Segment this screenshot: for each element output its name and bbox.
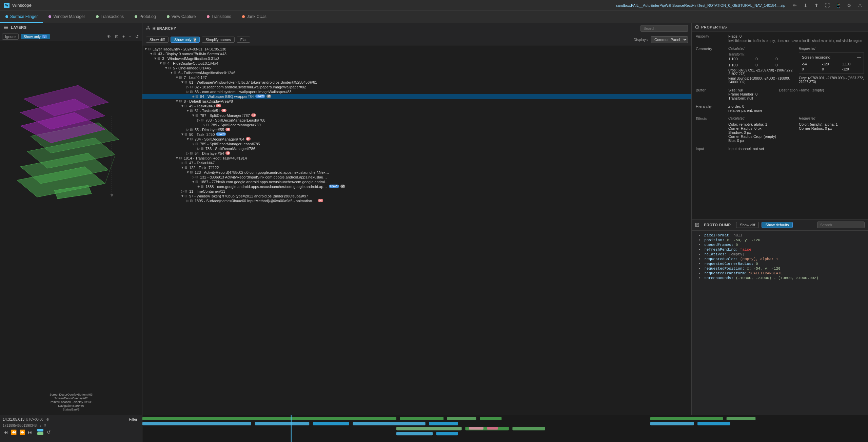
refresh-icon[interactable]: ↺ <box>134 34 140 40</box>
tree-toggle-1[interactable]: ▼ <box>149 52 153 56</box>
tree-node-24[interactable]: ▷ ⊟ 47 - Task=1#47 <box>142 161 691 165</box>
tree-node-15[interactable]: ▷ ⊟ 788 - SplitDecorManagerLeash#788 <box>142 118 691 123</box>
tab-jank-cujs[interactable]: Jank CUJs <box>237 11 272 23</box>
tree-toggle-31[interactable]: ▼ <box>180 194 184 198</box>
alert-icon[interactable]: ⚠ <box>856 1 864 9</box>
tree-node-21[interactable]: ▷ ⊟ 786 - SplitDecorManager#786 <box>142 146 691 151</box>
phone-icon[interactable]: 📱 <box>834 1 842 9</box>
tree-node-22[interactable]: ▷ ⊟ 54 - Dim layer#54 H <box>142 151 691 156</box>
proto-show-defaults-button[interactable]: Show defaults <box>762 222 792 228</box>
settings-icon[interactable]: ⚙ <box>845 1 853 9</box>
tree-node-0[interactable]: ▼ ⊟ LayerTraceEntry - 2024-03-31, 14:31:… <box>142 47 691 51</box>
tree-toggle-10[interactable]: ◈ <box>191 94 195 98</box>
hierarchy-search[interactable] <box>640 25 688 32</box>
tree-toggle-7[interactable]: ▼ <box>180 80 184 84</box>
step-back-icon[interactable]: ⏪ <box>10 429 17 436</box>
tree-node-28[interactable]: ▼ ⊟ 1887 - 77fdc4b com.google.android.ap… <box>142 180 691 184</box>
timeline-track[interactable] <box>142 415 868 442</box>
tree-toggle-0[interactable]: ▼ <box>144 47 148 51</box>
fullscreen-icon[interactable]: ⛶ <box>823 1 831 9</box>
tree-toggle-24[interactable]: ▷ <box>180 161 184 165</box>
upload-icon[interactable]: ⬆ <box>812 1 821 9</box>
tab-window-manager[interactable]: Window Manager <box>43 11 90 23</box>
tree-node-23[interactable]: ▼ ⊟ 1914 - Transition Root: Task=46#1914 <box>142 156 691 161</box>
eye-icon[interactable]: 👁 <box>105 34 112 40</box>
tree-node-10[interactable]: ◈ ⊟ 84 - Wallpaper BBQ wrapper#84 HWC V <box>142 94 691 99</box>
tree-node-6[interactable]: ▼ ⊟ 7 - Leaf:0:1#7 <box>142 75 691 80</box>
zoom-in-icon[interactable]: + <box>121 34 126 40</box>
time-settings-icon[interactable]: ⚙ <box>45 417 51 422</box>
tree-toggle-17[interactable]: ▷ <box>186 128 190 131</box>
tree-node-14[interactable]: ▼ ⊟ 787 - SplitDecorManager#787 H <box>142 113 691 118</box>
tree-toggle-14[interactable]: ▼ <box>191 113 195 117</box>
tree-toggle-4[interactable]: ▼ <box>164 66 168 70</box>
tree-toggle-2[interactable]: ▼ <box>153 57 157 60</box>
tree-node-18[interactable]: ▼ ⊟ 50 - Task=3#50 HWC <box>142 132 691 137</box>
tree-toggle-9[interactable]: ▷ <box>186 90 190 93</box>
tree-node-25[interactable]: ▼ ⊟ 122 - Task=7#122 <box>142 165 691 170</box>
show-only-hierarchy-button[interactable]: Show only V <box>171 37 200 43</box>
tab-surface-flinger[interactable]: Surface Flinger <box>0 11 43 23</box>
tree-toggle-8[interactable]: ▷ <box>186 85 190 89</box>
tree-node-16[interactable]: ▷ ⊟ 789 - SplitDecorManager#789 <box>142 123 691 127</box>
tree-toggle-12[interactable]: ▼ <box>180 104 184 108</box>
filter-button[interactable]: Filter <box>127 417 139 422</box>
tab-protolog[interactable]: ProtoLog <box>129 11 161 23</box>
hierarchy-content[interactable]: ▼ ⊟ LayerTraceEntry - 2024-03-31, 14:31:… <box>142 45 691 415</box>
tree-toggle-32[interactable]: ▷ <box>186 199 190 203</box>
tab-transactions[interactable]: Transactions <box>91 11 129 23</box>
timeline-right[interactable] <box>142 415 868 442</box>
tree-node-11[interactable]: ▼ ⊟ 8 - DefaultTaskDisplayArea#8 <box>142 99 691 104</box>
prev-frame-icon[interactable]: ⏮ <box>3 429 9 436</box>
tree-node-8[interactable]: ▷ ⊟ 82 - 181eabf com.android.systemui.wa… <box>142 85 691 89</box>
tab-view-capture[interactable]: View Capture <box>161 11 201 23</box>
tree-node-2[interactable]: ▼ ⊟ 3 - WindowedMagnification:0:31#3 <box>142 56 691 61</box>
zoom-out-icon[interactable]: − <box>127 34 133 40</box>
sr-minimize-icon[interactable]: — <box>857 55 861 60</box>
tree-node-9[interactable]: ▷ ⊟ 83 - com.android.systemui.wallpapers… <box>142 89 691 94</box>
tree-node-1[interactable]: ▼ ⊟ 43 - Display 0 name="Built-in Screen… <box>142 51 691 56</box>
tree-toggle-25[interactable]: ▼ <box>180 166 184 169</box>
tab-transitions[interactable]: Transitions <box>201 11 237 23</box>
tree-node-17[interactable]: ▷ ⊟ 55 - Dim layer#55 H <box>142 127 691 132</box>
tree-node-7[interactable]: ▼ ⊟ 81 - WallpaperWindowToken{fcfbcd7 to… <box>142 80 691 85</box>
tree-toggle-20[interactable]: ▷ <box>191 142 195 146</box>
tree-node-27[interactable]: ▷ ⊟ 132 - d886913 ActivityRecordInputSin… <box>142 175 691 180</box>
tree-toggle-19[interactable]: ▼ <box>186 137 190 141</box>
tree-toggle-30[interactable]: ▷ <box>180 189 184 193</box>
tree-toggle-22[interactable]: ▷ <box>186 151 190 155</box>
tree-node-19[interactable]: ▼ ⊟ 784 - SplitDecorManager#784 H <box>142 137 691 142</box>
tree-toggle-5[interactable]: ▼ <box>170 71 174 75</box>
tree-toggle-21[interactable]: ▷ <box>197 147 201 150</box>
simplify-names-button[interactable]: Simplify names <box>202 37 235 43</box>
tree-toggle-6[interactable]: ▼ <box>175 76 179 79</box>
show-only-button[interactable]: Show only V <box>21 34 50 39</box>
tree-node-4[interactable]: ▼ ⊟ 5 - OneHanded:0:1445 <box>142 66 691 70</box>
tree-node-13[interactable]: ▼ ⊟ 51 - Task=4#51 H <box>142 108 691 113</box>
show-diff-button[interactable]: Show diff <box>146 37 169 43</box>
copy-ns-icon[interactable]: ⧉ <box>44 423 46 427</box>
tree-node-12[interactable]: ▼ ⊟ 49 - Task=2#49 H <box>142 104 691 108</box>
refresh-timeline-icon[interactable]: ↺ <box>46 429 52 436</box>
flat-button[interactable]: Flat <box>237 37 250 43</box>
edit-icon[interactable]: ✏ <box>791 1 799 9</box>
tree-node-30[interactable]: ▷ ⊟ 11 - ImeContainer#11 <box>142 189 691 194</box>
tree-toggle-28[interactable]: ▼ <box>191 180 195 184</box>
proto-show-diff-button[interactable]: Show diff <box>736 222 759 228</box>
tree-node-32[interactable]: ▷ ⊟ 1895 - Surface{name=3baac60 InputMet… <box>142 198 691 203</box>
tree-toggle-29[interactable]: ◈ <box>197 185 201 188</box>
proto-search[interactable] <box>817 222 865 228</box>
tree-toggle-3[interactable]: ▼ <box>159 61 163 65</box>
displays-select[interactable]: Common Panel <box>651 36 688 43</box>
ignore-button[interactable]: Ignore <box>2 34 19 40</box>
tree-node-29[interactable]: ◈ ⊟ 1888 - com.google.android.apps.nexus… <box>142 184 691 189</box>
tree-node-3[interactable]: ▼ ⊟ 4 - HideDisplayCutout:0:1#4#4 <box>142 61 691 66</box>
step-forward-icon[interactable]: ⏩ <box>19 429 26 436</box>
tree-toggle-18[interactable]: ▼ <box>180 132 184 136</box>
next-frame-icon[interactable]: ⏭ <box>27 429 33 436</box>
download-icon[interactable]: ⬇ <box>802 1 810 9</box>
tree-toggle-26[interactable]: ▼ <box>186 170 190 174</box>
tree-toggle-27[interactable]: ▷ <box>191 175 195 179</box>
tree-toggle-16[interactable]: ▷ <box>202 123 206 127</box>
tree-node-26[interactable]: ▼ ⊟ 123 - ActivityRecord{4788c02 u0 com.… <box>142 170 691 175</box>
